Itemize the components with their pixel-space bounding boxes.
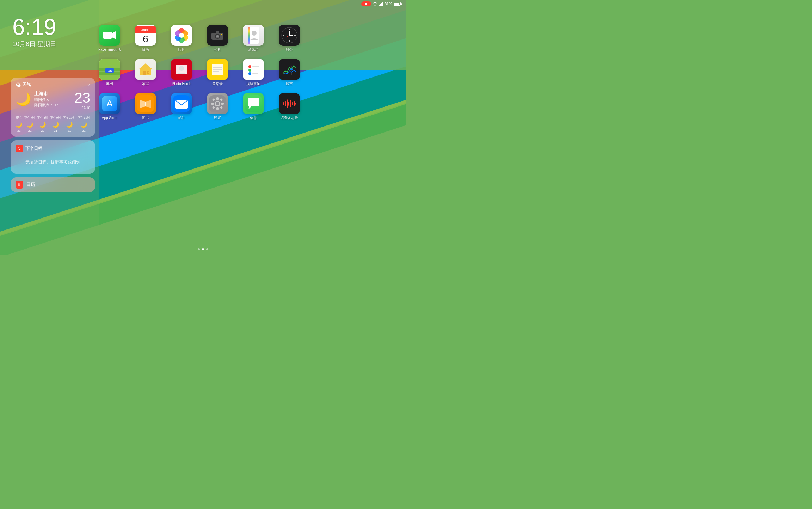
svg-rect-50 <box>245 61 262 78</box>
weather-moon-icon: 🌙 <box>16 93 31 105</box>
weather-high: 27 <box>81 106 85 110</box>
svg-rect-2 <box>381 3 382 6</box>
messages-icon <box>243 93 264 114</box>
voicememos-label: 语音备忘录 <box>281 116 298 120</box>
svg-rect-72 <box>211 103 214 105</box>
svg-point-52 <box>248 69 251 72</box>
weather-hourly: 现在 🌙 23 下午7时 🌙 22 下午8时 🌙 22 下午9时 🌙 21 下午… <box>16 113 90 133</box>
svg-rect-80 <box>283 102 284 105</box>
app-voicememos[interactable]: 语音备忘录 <box>275 93 304 120</box>
app-reminders[interactable]: 提醒事项 <box>239 59 268 86</box>
app-stocks[interactable]: 股市 <box>275 59 304 86</box>
photobooth-svg <box>173 61 190 78</box>
photobooth-label: Photo Booth <box>172 82 191 86</box>
svg-point-17 <box>216 35 219 37</box>
calendar-icon: 星期日 6 <box>135 25 156 46</box>
weather-header: 🌤 天气 ∨ <box>16 82 90 88</box>
svg-point-59 <box>290 68 293 70</box>
svg-rect-82 <box>287 99 288 108</box>
svg-rect-0 <box>379 5 380 6</box>
hourly-temp-2: 22 <box>41 129 44 133</box>
home-label: 家庭 <box>142 82 149 86</box>
svg-point-22 <box>252 31 257 36</box>
app-mail[interactable]: 邮件 <box>167 93 196 120</box>
app-contacts[interactable]: 通讯录 <box>239 25 268 52</box>
page-dot-2 <box>206 248 208 250</box>
notes-label: 备忘录 <box>212 82 223 86</box>
page-dot-1 <box>202 248 204 250</box>
svg-text:A: A <box>106 98 113 109</box>
svg-rect-4 <box>103 32 112 39</box>
app-photos[interactable]: 照片 <box>167 25 196 52</box>
contacts-icon <box>243 25 264 46</box>
settings-label: 设置 <box>214 116 221 120</box>
wifi-icon <box>373 2 377 6</box>
weather-widget[interactable]: 🌤 天气 ∨ 🌙 上海市 晴间多云 降雨概率：0% 23 27/18 <box>11 78 95 137</box>
home-svg <box>138 62 153 77</box>
svg-rect-71 <box>216 107 219 110</box>
voicememos-svg <box>281 95 298 112</box>
app-grid: FaceTime通话 星期日 6 日历 <box>95 25 399 120</box>
photos-svg <box>173 26 190 44</box>
schedule-widget[interactable]: 5 下个日程 无临近日程、提醒事项或闹钟 <box>11 140 95 174</box>
hourly-3: 下午9时 🌙 21 <box>50 116 61 133</box>
photobooth-icon <box>171 59 192 80</box>
weather-low: 18 <box>86 106 90 110</box>
expand-icon[interactable]: ∨ <box>87 82 90 87</box>
home-icon <box>135 59 156 80</box>
page-dots <box>198 248 208 250</box>
clock-label: 时钟 <box>286 48 293 52</box>
notes-icon <box>207 59 228 80</box>
app-messages[interactable]: 信息 <box>239 93 268 120</box>
svg-marker-5 <box>112 31 116 39</box>
svg-rect-3 <box>382 2 383 6</box>
app-camera[interactable]: 相机 <box>203 25 232 52</box>
schedule-badge: 5 <box>16 145 23 152</box>
app-facetime[interactable]: FaceTime通话 <box>95 25 124 52</box>
signal-icon <box>379 2 383 6</box>
app-books[interactable]: 图书 <box>131 93 160 120</box>
app-photobooth[interactable]: Photo Booth <box>167 59 196 86</box>
app-calendar[interactable]: 星期日 6 日历 <box>131 25 160 52</box>
weather-title-row: 🌤 天气 <box>16 82 31 88</box>
schedule-header: 5 下个日程 <box>16 145 90 152</box>
svg-rect-86 <box>294 101 295 106</box>
weather-main: 🌙 上海市 晴间多云 降雨概率：0% 23 27/18 <box>16 91 90 110</box>
weather-city: 上海市 <box>34 91 59 97</box>
app-settings[interactable]: 设置 <box>203 93 232 120</box>
mail-icon <box>171 93 192 114</box>
reminders-icon <box>243 59 264 80</box>
cal-small-label: 日历 <box>26 182 35 188</box>
maps-svg: I-280 <box>99 59 120 80</box>
weather-temp-section: 23 27/18 <box>75 91 91 110</box>
svg-text:I-280: I-280 <box>107 69 112 72</box>
clock-date: 10月6日 星期日 <box>12 40 56 48</box>
svg-rect-1 <box>380 4 381 6</box>
svg-rect-70 <box>216 97 219 100</box>
appstore-svg: A <box>102 96 117 111</box>
app-appstore[interactable]: A App Store <box>95 93 124 120</box>
svg-rect-85 <box>292 102 293 105</box>
hourly-2: 下午8时 🌙 22 <box>37 116 48 133</box>
app-home[interactable]: 家庭 <box>131 59 160 86</box>
svg-rect-87 <box>295 103 296 105</box>
hourly-icon-4: 🌙 <box>66 121 73 128</box>
camera-label: 相机 <box>214 48 221 52</box>
schedule-empty: 无临近日程、提醒事项或闹钟 <box>16 155 90 170</box>
clock-time: 6:19 <box>12 16 56 38</box>
page-dot-0 <box>198 248 200 250</box>
svg-rect-14 <box>216 31 219 33</box>
weather-rain: 降雨概率：0% <box>34 103 59 108</box>
app-maps[interactable]: I-280 地图 <box>95 59 124 86</box>
svg-point-40 <box>148 72 149 73</box>
app-notes[interactable]: 备忘录 <box>203 59 232 86</box>
app-clock[interactable]: 时钟 <box>275 25 304 52</box>
hourly-icon-0: 🌙 <box>16 121 23 128</box>
hourly-icon-2: 🌙 <box>39 121 46 128</box>
voicememos-icon <box>279 93 300 114</box>
hourly-1: 下午7时 🌙 22 <box>24 116 36 133</box>
hourly-icon-3: 🌙 <box>52 121 59 128</box>
reminders-svg <box>245 61 262 78</box>
record-dot <box>365 3 367 5</box>
calendar-small-widget[interactable]: 5 日历 <box>11 177 95 192</box>
